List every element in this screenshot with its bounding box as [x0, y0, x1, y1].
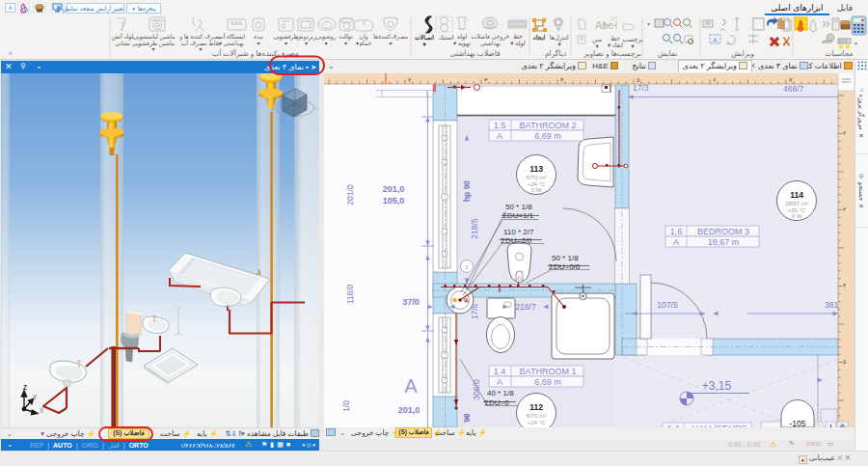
svg-text:105,0: 105,0 [383, 196, 405, 206]
svg-text:218/5: 218/5 [470, 218, 479, 239]
svg-text:A: A [713, 37, 718, 43]
svg-text:2.0: 2.0 [610, 15, 617, 21]
svg-text:Z: Z [23, 384, 27, 391]
svg-text:▾: ▾ [647, 21, 650, 27]
svg-text:218/7: 218/7 [515, 302, 536, 312]
svg-text:37/0: 37/0 [402, 297, 420, 307]
svg-text:118/0: 118/0 [345, 284, 355, 304]
svg-text:1.6: 1.6 [670, 227, 683, 236]
svg-text:201,0: 201,0 [398, 405, 420, 415]
svg-text:+24 °C: +24 °C [528, 181, 546, 187]
svg-text:0 W: 0 W [792, 213, 802, 219]
svg-text:▾: ▾ [854, 41, 857, 46]
svg-text:۳: ۳ [484, 76, 488, 83]
svg-text:۶: ۶ [713, 76, 717, 83]
svg-text:BATHROOM 1: BATHROOM 1 [520, 367, 577, 376]
svg-text:A: A [497, 131, 502, 141]
svg-text:6/70 m²: 6/70 m² [527, 175, 546, 180]
svg-text:۷: ۷ [789, 76, 793, 83]
svg-text:۲: ۲ [843, 130, 846, 136]
svg-text:-105: -105 [789, 419, 805, 428]
svg-text:BEDROOM 3: BEDROOM 3 [697, 227, 749, 236]
svg-text:+3,15: +3,15 [702, 379, 732, 393]
svg-text:18/67 m²: 18/67 m² [785, 201, 808, 206]
svg-text:۴: ۴ [843, 283, 846, 288]
svg-text:201,0: 201,0 [383, 184, 405, 194]
svg-text:+20 °C: +20 °C [788, 207, 806, 213]
svg-text:114: 114 [790, 190, 803, 200]
svg-text:۴: ۴ [560, 76, 564, 83]
svg-text:ΣDU=2/0: ΣDU=2/0 [501, 236, 532, 245]
svg-text:ΣDU=0/6: ΣDU=0/6 [549, 262, 581, 271]
svg-text:hp 90: hp 90 [462, 180, 472, 202]
svg-text:468/7: 468/7 [783, 84, 804, 94]
svg-text:۲: ۲ [408, 76, 412, 83]
svg-text:6/70 m²: 6/70 m² [527, 413, 546, 419]
svg-text:+24 °C: +24 °C [528, 420, 546, 425]
svg-text:107/5: 107/5 [657, 300, 678, 310]
svg-text:201/0: 201/0 [345, 184, 355, 206]
svg-text:Y: Y [33, 394, 38, 400]
svg-text:1/0: 1/0 [341, 400, 351, 412]
svg-text:1.5: 1.5 [494, 121, 506, 130]
svg-text:0 W: 0 W [531, 187, 542, 193]
svg-text:۵: ۵ [637, 76, 640, 83]
svg-text:306/0: 306/0 [472, 379, 481, 400]
svg-text:1.4: 1.4 [494, 367, 506, 376]
svg-text:A: A [673, 237, 679, 247]
svg-text:17/5: 17/5 [470, 303, 479, 319]
svg-text:18,67 m: 18,67 m [708, 237, 740, 247]
svg-text:17/3: 17/3 [633, 83, 649, 93]
svg-text:BATHROOM 2: BATHROOM 2 [520, 121, 577, 130]
svg-text:90: 90 [462, 413, 472, 423]
svg-text:X: X [40, 407, 44, 414]
svg-text:50 * 1/8: 50 * 1/8 [505, 203, 532, 211]
svg-text:6,69 m: 6,69 m [534, 131, 561, 141]
svg-text:113: 113 [529, 164, 543, 174]
svg-text:۵: ۵ [843, 359, 846, 365]
svg-text:ΣDU=0: ΣDU=0 [484, 398, 509, 407]
svg-text:40 * 1/8: 40 * 1/8 [487, 389, 514, 397]
svg-text:A: A [497, 377, 502, 387]
svg-text:A: A [404, 375, 418, 397]
svg-text:6,69 m: 6,69 m [534, 377, 561, 387]
svg-text:112: 112 [529, 402, 543, 412]
